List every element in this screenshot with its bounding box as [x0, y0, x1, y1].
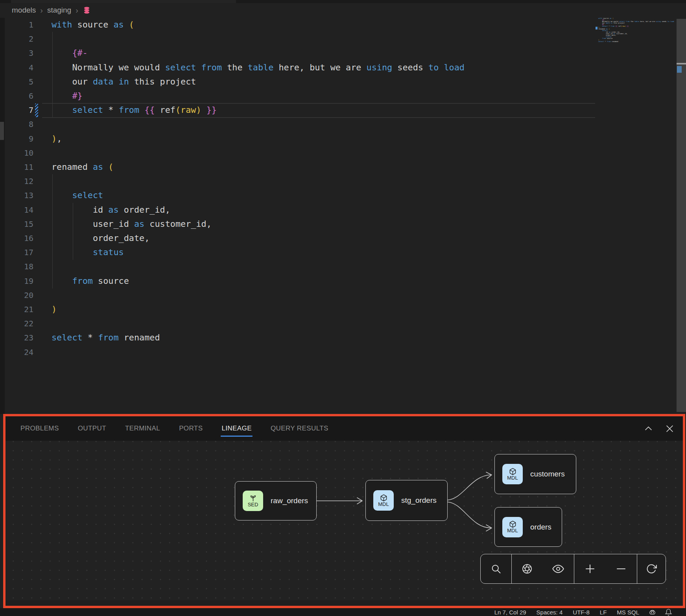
cube-icon [380, 494, 387, 502]
toolbar-group [637, 554, 666, 583]
editor-scrollbar[interactable] [677, 19, 686, 412]
aperture-button[interactable] [516, 558, 538, 580]
panel-tab-query-results[interactable]: QUERY RESULTS [271, 425, 328, 432]
line-number: 20 [5, 288, 33, 302]
copilot-button[interactable] [644, 609, 660, 616]
bell-icon [665, 609, 672, 616]
active-tab-strip[interactable] [11, 0, 236, 3]
panel-tab-lineage[interactable]: LINEAGE [221, 425, 252, 432]
code-line: from source [52, 274, 129, 288]
panel-tab-bar: PROBLEMSOUTPUTTERMINALPORTSLINEAGEQUERY … [6, 416, 683, 441]
maximize-panel-button[interactable] [643, 423, 654, 434]
lineage-node-customers[interactable]: MDL customers [494, 454, 576, 494]
zoom-in-button[interactable] [579, 558, 601, 580]
breadcrumb-separator: › [76, 6, 78, 15]
notifications-button[interactable] [660, 609, 677, 616]
cube-icon [509, 468, 516, 475]
line-number: 2 [5, 32, 33, 46]
line-number: 7 [5, 103, 33, 117]
code-line: ), [52, 132, 62, 146]
zoom-out-icon [615, 563, 627, 575]
close-icon [664, 423, 675, 434]
status-item[interactable]: Spaces: 4 [531, 609, 568, 616]
node-badge-label: SED [248, 502, 258, 508]
refresh-button[interactable] [640, 558, 662, 580]
status-item[interactable]: MS SQL [612, 609, 644, 616]
zoom-out-button[interactable] [610, 558, 632, 580]
minimap[interactable]: with source as ( {#- Normally we would s… [598, 18, 675, 42]
editor-left-strip [0, 18, 5, 414]
line-number: 5 [5, 75, 33, 89]
node-badge-seed: SED [243, 491, 263, 511]
line-number: 18 [5, 259, 33, 274]
scrollbar-band [677, 63, 686, 64]
node-label: raw_orders [271, 496, 308, 505]
panel-tab-ports[interactable]: PORTS [179, 425, 203, 432]
line-number: 8 [5, 117, 33, 131]
node-badge-label: MDL [378, 502, 389, 507]
code-line: select * from renamed [52, 331, 160, 345]
code-line: renamed as ( [52, 160, 113, 174]
minimap-modified-marker [596, 27, 597, 29]
lineage-node-stg_orders[interactable]: MDL stg_orders [365, 480, 448, 521]
code-editor[interactable]: 123456789101112131415161718192021222324 … [0, 18, 686, 414]
line-number: 24 [5, 345, 33, 359]
database-icon [83, 6, 91, 15]
zoom-in-icon [584, 563, 596, 575]
breadcrumb[interactable]: models›staging› [12, 3, 94, 17]
status-item[interactable]: Ln 7, Col 29 [489, 609, 531, 616]
toolbar-group [481, 554, 511, 583]
search-icon [491, 563, 502, 574]
breadcrumb-item[interactable]: models [12, 6, 36, 15]
line-number: 11 [5, 160, 33, 174]
code-line: status [52, 245, 124, 259]
line-number: 9 [5, 132, 33, 146]
status-bar: Ln 7, Col 29Spaces: 4UTF-8LFMS SQL [0, 608, 686, 616]
code-line: with source as ( [52, 18, 134, 32]
refresh-icon [646, 563, 657, 574]
line-number: 3 [5, 46, 33, 60]
lineage-node-raw_orders[interactable]: SED raw_orders [235, 481, 317, 520]
left-strip-indicator [0, 122, 4, 140]
search-button[interactable] [485, 558, 507, 580]
node-label: orders [530, 523, 551, 531]
cube-icon [509, 520, 516, 528]
line-number: 23 [5, 331, 33, 345]
breadcrumb-item[interactable]: staging [47, 6, 71, 15]
toolbar-group [511, 554, 574, 583]
line-number: 16 [5, 231, 33, 245]
node-badge-model: MDL [502, 464, 523, 484]
line-number: 21 [5, 302, 33, 316]
code-line: ) [52, 302, 57, 316]
panel-tabs: PROBLEMSOUTPUTTERMINALPORTSLINEAGEQUERY … [20, 416, 328, 441]
eye-icon [552, 563, 564, 575]
toolbar-group [574, 554, 637, 583]
panel-tab-output[interactable]: OUTPUT [78, 425, 106, 432]
node-badge-model: MDL [502, 517, 523, 537]
overview-ruler-modified-marker [677, 66, 682, 73]
aperture-icon [522, 563, 533, 574]
eye-button[interactable] [547, 558, 569, 580]
close-panel-button[interactable] [664, 423, 675, 434]
edge-stg-to-customers [448, 475, 491, 500]
code-line: user_id as customer_id, [52, 217, 212, 231]
code-line: id as order_id, [52, 203, 170, 217]
line-number: 6 [5, 89, 33, 103]
lineage-node-orders[interactable]: MDL orders [494, 507, 562, 547]
panel-tab-problems[interactable]: PROBLEMS [20, 425, 59, 432]
node-badge-model: MDL [373, 490, 394, 511]
lineage-toolbar [480, 554, 666, 584]
line-number: 1 [5, 18, 33, 32]
status-item[interactable]: LF [595, 609, 612, 616]
line-number: 4 [5, 61, 33, 75]
bottom-panel-annotated: PROBLEMSOUTPUTTERMINALPORTSLINEAGEQUERY … [3, 414, 685, 608]
panel-tab-terminal[interactable]: TERMINAL [125, 425, 160, 432]
code-line: order_date, [52, 231, 149, 245]
breadcrumb-file[interactable] [83, 6, 94, 15]
breadcrumb-separator: › [40, 6, 43, 15]
lineage-canvas[interactable]: SED raw_orders MDL stg_orders MDL custom… [6, 441, 683, 600]
line-number: 15 [5, 217, 33, 231]
status-item[interactable]: UTF-8 [568, 609, 595, 616]
line-number: 22 [5, 316, 33, 331]
minimap-line: select * from renamed [598, 41, 675, 42]
